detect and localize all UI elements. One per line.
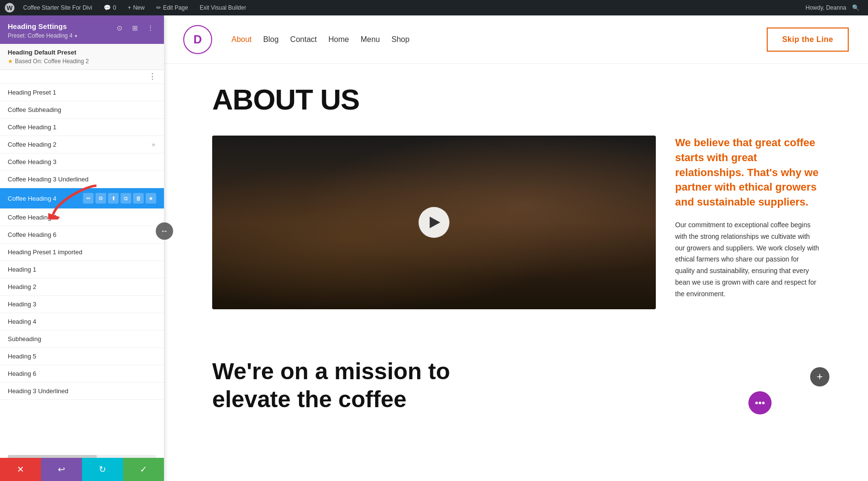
preset-item-coffee-heading-4[interactable]: Coffee Heading 4✏⚙⬆⧉🗑★ [0, 188, 164, 209]
preset-label-coffee-subheading: Coffee Subheading [8, 106, 156, 113]
admin-exit-builder[interactable]: Exit Visual Builder [197, 0, 249, 15]
nav-home[interactable]: Home [328, 35, 349, 44]
preset-label-heading-5: Heading 5 [8, 353, 156, 360]
site-name-label: Coffee Starter Site For Divi [23, 4, 92, 11]
star-preset-btn[interactable]: ★ [146, 193, 156, 204]
preset-label-subheading: Subheading [8, 335, 156, 343]
preset-item-coffee-heading-2[interactable]: Coffee Heading 2★ [0, 136, 164, 153]
nav-shop[interactable]: Shop [392, 35, 409, 44]
preset-item-subheading[interactable]: Subheading [0, 330, 164, 348]
preset-label-coffee-heading-3-underlined: Coffee Heading 3 Underlined [8, 176, 156, 183]
preset-label-heading-3: Heading 3 [8, 301, 156, 308]
toggle-sidebar-button[interactable]: ↔ [156, 222, 173, 240]
preset-label-heading-preset-1: Heading Preset 1 [8, 89, 156, 96]
admin-new[interactable]: + New [125, 0, 148, 15]
comment-icon: 💬 [104, 4, 111, 11]
more-options-icon[interactable]: ⋮ [145, 22, 156, 34]
sidebar-header-icons: ⊙ ⊞ ⋮ [114, 22, 156, 34]
main-layout: Heading Settings Preset: Coffee Heading … [0, 15, 868, 481]
based-on-label: Based On: Coffee Heading 2 [15, 58, 89, 65]
preset-label-heading-1: Heading 1 [8, 266, 156, 273]
more-actions-button[interactable]: ••• [748, 391, 772, 414]
howdy-label: Howdy, Deanna [806, 4, 847, 11]
site-header-right: Skip the Line [767, 27, 849, 52]
preset-item-heading-preset-1-imported[interactable]: Heading Preset 1 imported [0, 244, 164, 261]
video-container[interactable] [212, 136, 656, 309]
preset-list: Heading Preset 1Coffee SubheadingCoffee … [0, 84, 164, 455]
preset-label-coffee-heading-2: Coffee Heading 2 [8, 141, 151, 148]
preset-label-text: Preset: Coffee Heading 4 [8, 32, 73, 39]
site-header: D About Blog Contact Home Menu Shop Skip… [164, 15, 868, 64]
admin-search-icon[interactable]: 🔍 [848, 4, 863, 11]
admin-edit-page[interactable]: ✏ Edit Page [153, 0, 191, 15]
nav-contact[interactable]: Contact [290, 35, 317, 44]
content-row: We believe that great coffee starts with… [212, 136, 820, 309]
arrow-left-right-icon: ↔ [161, 227, 168, 235]
nav-blog[interactable]: Blog [263, 35, 279, 44]
default-preset-based: ★ Based On: Coffee Heading 2 [8, 58, 156, 65]
preset-item-heading-2[interactable]: Heading 2 [0, 278, 164, 296]
highlight-text: We believe that great coffee starts with… [675, 136, 820, 210]
settings-preset-btn[interactable]: ⚙ [95, 193, 106, 204]
comment-count: 0 [113, 4, 116, 11]
preset-section-header: ⋮ [0, 70, 164, 84]
redo-button[interactable]: ↻ [82, 458, 123, 481]
preset-label[interactable]: Preset: Coffee Heading 4 ▾ [8, 32, 77, 39]
nav-about[interactable]: About [231, 35, 252, 44]
admin-bar: W Coffee Starter Site For Divi 💬 0 + New… [0, 0, 868, 15]
edit-page-label: Edit Page [163, 4, 188, 11]
admin-bar-right: Howdy, Deanna 🔍 [806, 4, 864, 11]
grid-icon[interactable]: ⊞ [129, 22, 141, 34]
add-section-button[interactable]: + [810, 367, 829, 386]
preset-item-coffee-heading-1[interactable]: Coffee Heading 1 [0, 119, 164, 136]
nav-menu[interactable]: Menu [361, 35, 380, 44]
preset-item-heading-preset-1[interactable]: Heading Preset 1 [0, 84, 164, 101]
wp-logo-icon[interactable]: W [5, 3, 14, 13]
mission-heading: We're on a mission to elevate the coffee [212, 357, 820, 413]
copy-preset-btn[interactable]: ⧉ [121, 193, 131, 204]
preset-item-coffee-heading-3[interactable]: Coffee Heading 3 [0, 153, 164, 171]
skip-the-line-button[interactable]: Skip the Line [767, 27, 849, 52]
about-us-heading: ABOUT US [212, 83, 820, 116]
site-logo: D [183, 25, 212, 54]
admin-comments[interactable]: 💬 0 [101, 0, 119, 15]
sidebar-panel: Heading Settings Preset: Coffee Heading … [0, 15, 164, 481]
admin-site-name[interactable]: Coffee Starter Site For Divi [20, 0, 95, 15]
mission-heading-line2: elevate the coffee [212, 386, 407, 412]
preset-item-heading-3-underlined[interactable]: Heading 3 Underlined [0, 383, 164, 400]
plus-icon: + [128, 4, 131, 11]
preset-actions: ✏⚙⬆⧉🗑★ [83, 193, 156, 204]
exit-builder-label: Exit Visual Builder [200, 4, 246, 11]
preset-item-coffee-heading-3-underlined[interactable]: Coffee Heading 3 Underlined [0, 171, 164, 188]
preset-item-heading-6[interactable]: Heading 6 [0, 365, 164, 383]
preset-item-coffee-heading-5[interactable]: Coffee Heading 5 [0, 209, 164, 226]
main-content: D About Blog Contact Home Menu Shop Skip… [164, 15, 868, 481]
save-button[interactable]: ✓ [123, 458, 164, 481]
edit-preset-btn[interactable]: ✏ [83, 193, 94, 204]
new-label: New [133, 4, 145, 11]
play-button[interactable] [419, 207, 449, 238]
sidebar-header-left: Heading Settings Preset: Coffee Heading … [8, 22, 77, 39]
three-dots-menu-icon[interactable]: ⋮ [149, 73, 156, 81]
site-nav: About Blog Contact Home Menu Shop [231, 35, 409, 44]
focus-icon[interactable]: ⊙ [114, 22, 125, 34]
preset-label-coffee-heading-4: Coffee Heading 4 [8, 195, 83, 202]
preset-item-coffee-subheading[interactable]: Coffee Subheading [0, 101, 164, 119]
play-triangle-icon [430, 217, 440, 228]
preset-item-heading-3[interactable]: Heading 3 [0, 296, 164, 313]
mission-heading-line1: We're on a mission to [212, 358, 450, 384]
cancel-button[interactable]: ✕ [0, 458, 41, 481]
preset-item-coffee-heading-6[interactable]: Coffee Heading 6 [0, 226, 164, 244]
sidebar-footer: ✕ ↩ ↻ ✓ [0, 458, 164, 481]
preset-label-heading-6: Heading 6 [8, 370, 156, 377]
preset-label-coffee-heading-6: Coffee Heading 6 [8, 231, 156, 238]
export-preset-btn[interactable]: ⬆ [108, 193, 119, 204]
preset-item-heading-4[interactable]: Heading 4 [0, 313, 164, 330]
sidebar-header: Heading Settings Preset: Coffee Heading … [0, 15, 164, 44]
pencil-icon: ✏ [156, 4, 161, 11]
preset-item-heading-5[interactable]: Heading 5 [0, 348, 164, 365]
undo-button[interactable]: ↩ [41, 458, 82, 481]
sidebar-title: Heading Settings [8, 22, 77, 30]
delete-preset-btn[interactable]: 🗑 [133, 193, 144, 204]
preset-item-heading-1[interactable]: Heading 1 [0, 261, 164, 278]
